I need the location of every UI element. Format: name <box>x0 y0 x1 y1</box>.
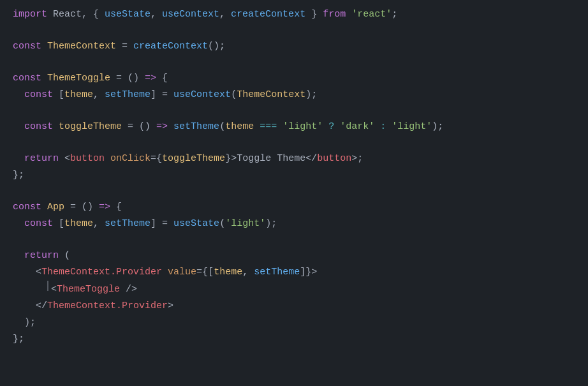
token-var-name: toggleTheme <box>59 119 128 135</box>
code-line-line-10: return <button onClick={toggleTheme}>Tog… <box>0 151 588 167</box>
token-plain: = <box>122 39 133 54</box>
token-plain: , <box>219 7 231 22</box>
token-plain: ( <box>219 119 225 135</box>
code-line-line-14: const [theme, setTheme] = useState('ligh… <box>0 216 588 232</box>
token-fn-name: setTheme <box>105 87 151 103</box>
code-line-line-11: }; <box>0 167 588 184</box>
code-line-line-13: const App = () => { <box>0 199 588 216</box>
token-kw-import: import <box>13 7 53 22</box>
code-line-line-17: <ThemeContext.Provider value={[theme, se… <box>0 264 588 281</box>
token-fn-name: useContext <box>173 87 231 103</box>
token-kw-const: const <box>13 71 47 86</box>
token-fn-name: useState <box>173 216 219 232</box>
token-semi: ; <box>437 119 443 135</box>
token-ternary-op: === <box>260 119 277 135</box>
token-jsx-tag: button <box>317 151 351 167</box>
token-plain: ) <box>305 87 311 103</box>
token-kw-const: const <box>13 200 47 215</box>
token-arrow: => <box>99 200 110 215</box>
indent-guide-bar <box>47 281 48 291</box>
token-jsx-tag: button <box>70 151 110 167</box>
token-var-name: toggleTheme <box>162 151 225 167</box>
code-line-line-2 <box>0 23 588 38</box>
code-line-line-20: ); <box>0 315 588 331</box>
token-plain: ( <box>219 216 225 232</box>
token-kw-const: const <box>24 216 59 232</box>
token-plain: ] = <box>151 216 173 232</box>
token-plain: ( <box>64 248 70 264</box>
token-var-name: App <box>47 200 70 215</box>
token-plain: React, <box>53 7 93 22</box>
token-plain: () <box>208 39 219 54</box>
token-plain: } <box>225 151 231 167</box>
token-jsx-attr: value <box>168 265 196 280</box>
token-plain: ) <box>265 216 271 232</box>
token-plain <box>334 119 340 135</box>
token-plain <box>277 119 283 135</box>
token-plain: ( <box>231 87 237 103</box>
token-string: 'react' <box>351 7 392 22</box>
token-fn-name: createContext <box>231 7 305 22</box>
token-jsx-tag: ThemeContext.Provider <box>41 265 168 280</box>
token-semi: ; <box>271 216 277 232</box>
token-fn-name: setTheme <box>105 216 151 232</box>
token-kw-return: return <box>24 248 64 264</box>
token-fn-name: useContext <box>162 7 219 22</box>
code-line-line-19: </ThemeContext.Provider> <box>0 298 588 315</box>
token-var-name: theme <box>225 119 260 135</box>
token-plain: [ <box>59 216 64 232</box>
token-plain: { <box>156 151 162 167</box>
token-plain: ] = <box>151 87 173 103</box>
token-plain: { <box>110 200 122 215</box>
token-string: 'light' <box>392 119 432 135</box>
token-plain: = () <box>116 71 145 86</box>
token-plain <box>323 119 328 135</box>
token-kw-const: const <box>13 39 47 54</box>
code-line-line-3: const ThemeContext = createContext(); <box>0 38 588 55</box>
token-plain: } <box>305 7 323 22</box>
token-plain: </ <box>36 299 47 314</box>
token-var-name: ThemeToggle <box>47 71 116 86</box>
code-line-line-16: return ( <box>0 248 588 264</box>
token-plain: < <box>36 265 41 280</box>
token-var-name: theme <box>64 216 93 232</box>
code-line-line-8: const toggleTheme = () => setTheme(theme… <box>0 119 588 135</box>
token-plain: > <box>351 151 357 167</box>
token-plain: { <box>156 71 168 86</box>
token-plain: ); <box>24 315 36 330</box>
token-plain: , <box>242 265 254 280</box>
token-semi: ; <box>357 151 363 167</box>
token-jsx-tag: ThemeToggle <box>57 282 126 297</box>
token-semi: ; <box>311 87 317 103</box>
token-arrow: => <box>156 119 168 135</box>
token-plain: , <box>151 7 162 22</box>
token-var-name: ThemeContext <box>237 87 305 103</box>
token-string: 'dark' <box>340 119 374 135</box>
token-var-name: ThemeContext <box>47 39 122 54</box>
token-fn-name: setTheme <box>254 265 300 280</box>
token-plain: , <box>93 87 105 103</box>
token-string: 'light' <box>283 119 323 135</box>
token-ternary-op: : <box>380 119 386 135</box>
token-kw-from: from <box>323 7 351 22</box>
token-plain: ]} <box>300 265 311 280</box>
token-jsx-attr: onClick <box>110 151 151 167</box>
token-plain: }; <box>13 168 24 183</box>
code-line-line-5: const ThemeToggle = () => { <box>0 70 588 87</box>
token-plain: , <box>93 216 105 232</box>
token-plain <box>168 119 173 135</box>
token-ternary-op: ? <box>328 119 334 135</box>
token-jsx-tag: ThemeContext.Provider <box>47 299 168 314</box>
token-plain: { <box>93 7 105 22</box>
token-kw-const: const <box>24 87 59 103</box>
token-plain: /> <box>126 282 137 297</box>
token-plain: ) <box>432 119 437 135</box>
token-plain: }; <box>13 332 24 347</box>
token-plain: > <box>168 299 173 314</box>
token-fn-name: setTheme <box>173 119 219 135</box>
token-var-name: theme <box>64 87 93 103</box>
token-plain: = () <box>128 119 156 135</box>
token-plain <box>386 119 392 135</box>
code-line-line-18: <ThemeToggle /> <box>0 281 588 298</box>
token-fn-name: createContext <box>133 39 208 54</box>
